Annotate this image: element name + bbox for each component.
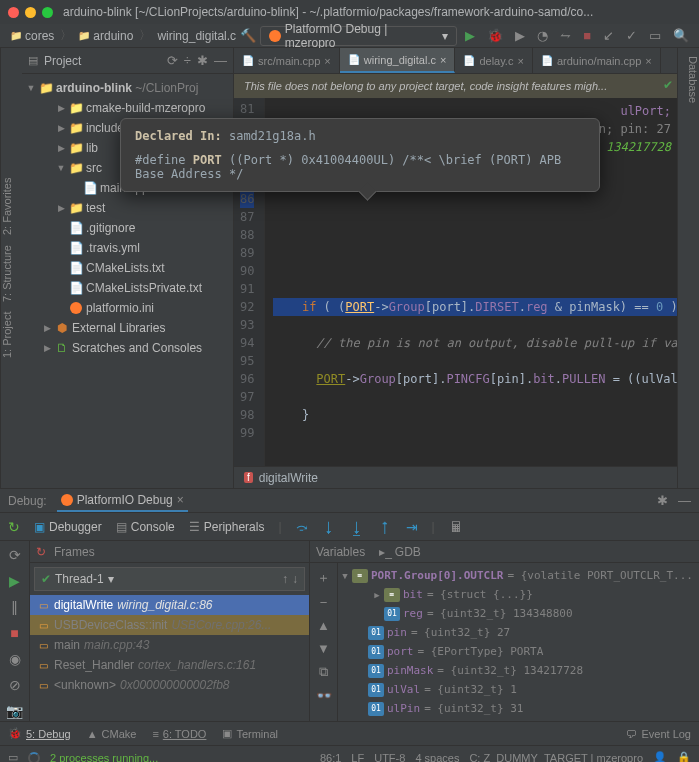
indent-setting[interactable]: 4 spaces [415, 752, 459, 763]
editor-tab[interactable]: 📄arduino/main.cpp× [533, 48, 661, 73]
sync-icon[interactable]: ⟳ [167, 53, 178, 68]
add-watch-icon[interactable]: ＋ [317, 569, 330, 587]
stop-button-icon[interactable]: ■ [583, 28, 591, 43]
frames-list[interactable]: ▭digitalWrite wiring_digital.c:86▭USBDev… [30, 595, 309, 721]
debugger-tab[interactable]: ▣Debugger [34, 520, 102, 534]
tree-root[interactable]: ▼ 📁 arduino-blink ~/CLionProj [22, 78, 233, 98]
variable-row[interactable]: 01pin = {uint32_t} 27 [338, 623, 699, 642]
expand-arrow-icon[interactable]: ▶ [40, 323, 54, 333]
peripherals-tab[interactable]: ☰Peripherals [189, 520, 265, 534]
stack-frame-row[interactable]: ▭USBDeviceClass::init USBCore.cpp:26... [30, 615, 309, 635]
memory-view-icon[interactable]: 📷 [6, 703, 23, 719]
tree-row[interactable]: ▶🗋Scratches and Consoles [22, 338, 233, 358]
hammer-icon[interactable]: 🔨 [240, 28, 256, 43]
caret-position[interactable]: 86:1 [320, 752, 341, 763]
run-to-cursor-icon[interactable]: ⇥ [406, 519, 418, 535]
variable-row[interactable]: 01reg = {uint32_t} 134348800 [338, 604, 699, 623]
console-tab[interactable]: ▤Console [116, 520, 175, 534]
run-config-selector[interactable]: PlatformIO Debug | mzeropro ▾ [260, 26, 457, 46]
structure-tool-tab[interactable]: 7: Structure [1, 245, 22, 302]
editor-tab[interactable]: 📄delay.c× [455, 48, 532, 73]
variable-row[interactable]: 01ulVal = {uint32_t} 1 [338, 680, 699, 699]
expand-arrow-icon[interactable]: ▼ [338, 571, 352, 581]
glasses-icon[interactable]: 👓 [316, 688, 332, 703]
inspection-ok-icon[interactable]: ✔ [663, 78, 673, 92]
tree-row[interactable]: ▶📁test [22, 198, 233, 218]
close-tab-icon[interactable]: × [440, 54, 446, 66]
variables-tab[interactable]: Variables [316, 545, 365, 559]
breadcrumb-item[interactable]: cores [6, 29, 58, 43]
gear-icon[interactable]: ✱ [657, 493, 668, 508]
line-number[interactable]: 81 [240, 100, 254, 118]
debug-bottom-tab[interactable]: 🐞 5: Debug [8, 727, 71, 740]
file-encoding[interactable]: UTF-8 [374, 752, 405, 763]
padlock-icon[interactable]: 🔒 [677, 751, 691, 762]
stack-frame-row[interactable]: ▭Reset_Handler cortex_handlers.c:161 [30, 655, 309, 675]
step-out-icon[interactable]: ⭡ [378, 519, 392, 535]
vcs-update-icon[interactable]: ↙ [603, 28, 614, 43]
debug-session-tab[interactable]: PlatformIO Debug × [57, 490, 188, 512]
down-icon[interactable]: ▼ [317, 641, 330, 656]
view-breakpoints-icon[interactable]: ◉ [9, 651, 21, 667]
rerun-icon[interactable]: ↻ [8, 519, 20, 535]
run-button-icon[interactable]: ▶ [465, 28, 475, 43]
line-number[interactable]: 98 [240, 406, 254, 424]
line-number[interactable]: 90 [240, 262, 254, 280]
close-tab-icon[interactable]: × [324, 55, 330, 67]
line-number[interactable]: 88 [240, 226, 254, 244]
resume-icon[interactable]: ▶ [9, 573, 20, 589]
step-into-icon[interactable]: ⭣ [322, 519, 336, 535]
line-number[interactable]: 95 [240, 352, 254, 370]
debug-button-icon[interactable]: 🐞 [487, 28, 503, 43]
mute-breakpoints-icon[interactable]: ⊘ [9, 677, 21, 693]
hide-panel-icon[interactable]: — [214, 53, 227, 68]
line-number[interactable]: 92 [240, 298, 254, 316]
expand-arrow-icon[interactable]: ▶ [54, 203, 68, 213]
database-tool-tab[interactable]: Database [678, 56, 699, 103]
gdb-tab[interactable]: ▸_GDB [379, 545, 421, 559]
toggle-sidebar-icon[interactable]: ▭ [8, 751, 18, 762]
editor-breadcrumb-hint[interactable]: f digitalWrite [234, 466, 677, 488]
favorites-tool-tab[interactable]: 2: Favorites [1, 178, 22, 235]
variable-row[interactable]: ▼≡PORT.Group[0].OUTCLR = {volatile PORT_… [338, 566, 699, 585]
line-number[interactable]: 96 [240, 370, 254, 388]
tree-row[interactable]: 📄.travis.yml [22, 238, 233, 258]
profiler-icon[interactable]: ◔ [537, 28, 548, 43]
breadcrumb-item[interactable]: wiring_digital.c [153, 29, 240, 43]
todo-bottom-tab[interactable]: ≡ 6: TODO [152, 728, 206, 740]
restart-frame-icon[interactable]: ⟳ [9, 547, 21, 563]
inspection-indicator-icon[interactable]: 👤 [653, 751, 667, 762]
stack-frame-row[interactable]: ▭main main.cpp:43 [30, 635, 309, 655]
line-number[interactable]: 93 [240, 316, 254, 334]
line-number[interactable]: 91 [240, 280, 254, 298]
tree-row[interactable]: 📄.gitignore [22, 218, 233, 238]
layout-icon[interactable]: ▭ [649, 28, 661, 43]
close-tab-icon[interactable]: × [645, 55, 651, 67]
pause-icon[interactable]: ‖ [11, 599, 18, 615]
expand-arrow-icon[interactable]: ▶ [40, 343, 54, 353]
expand-arrow-icon[interactable]: ▶ [54, 123, 68, 133]
line-ending[interactable]: LF [351, 752, 364, 763]
line-number[interactable]: 89 [240, 244, 254, 262]
tree-row[interactable]: 📄CMakeLists.txt [22, 258, 233, 278]
remove-watch-icon[interactable]: − [320, 595, 328, 610]
line-number[interactable]: 86 [240, 190, 254, 208]
step-over-icon[interactable]: ⤼ [296, 519, 308, 535]
variable-row[interactable]: ▶≡bit = {struct {...}} [338, 585, 699, 604]
expand-arrow-icon[interactable]: ▶ [54, 143, 68, 153]
variable-row[interactable]: 01pinMask = {uint32_t} 134217728 [338, 661, 699, 680]
terminal-bottom-tab[interactable]: ▣ Terminal [222, 727, 278, 740]
close-icon[interactable]: × [177, 493, 184, 507]
next-thread-icon[interactable]: ↓ [292, 572, 298, 586]
search-icon[interactable]: 🔍 [673, 28, 689, 43]
expand-arrow-icon[interactable]: ▶ [54, 103, 68, 113]
hide-panel-icon[interactable]: — [678, 493, 691, 508]
gear-icon[interactable]: ✱ [197, 53, 208, 68]
variable-row[interactable]: 01ulPin = {uint32_t} 31 [338, 699, 699, 718]
close-window-button[interactable] [8, 7, 19, 18]
stack-frame-row[interactable]: ▭<unknown> 0x000000000002fb8 [30, 675, 309, 695]
editor-tab[interactable]: 📄src/main.cpp× [234, 48, 340, 73]
close-tab-icon[interactable]: × [517, 55, 523, 67]
tree-row[interactable]: ▶📁cmake-build-mzeropro [22, 98, 233, 118]
tree-row[interactable]: ▶⬢External Libraries [22, 318, 233, 338]
